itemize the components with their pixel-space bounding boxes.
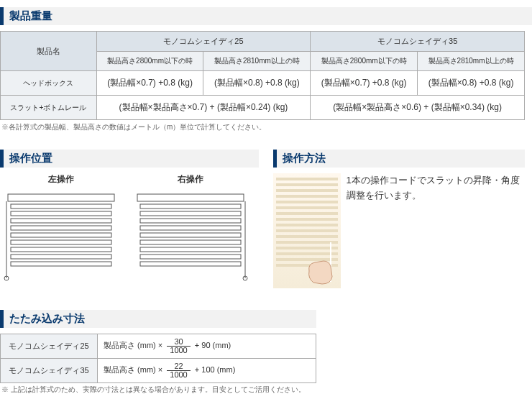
th-product: 製品名 [1,32,97,71]
section-title-position: 操作位置 [0,150,259,168]
svg-rect-7 [11,247,111,252]
fold-r1-prefix: 製品高さ (mm) × [104,341,162,349]
svg-rect-2 [11,211,111,216]
section-title-method: 操作方法 [273,150,525,168]
svg-rect-1 [11,204,111,208]
operation-photo [273,173,341,288]
row1-label: ヘッドボックス [1,71,97,96]
section-title-fold: たたみ込み寸法 [0,310,316,328]
th-sub3: 製品高さ2800mm以下の時 [311,52,418,71]
svg-rect-4 [11,226,111,230]
svg-rect-19 [140,247,241,252]
row2-c2: (製品幅×製品高さ×0.6) + (製品幅×0.34) (kg) [311,96,525,120]
method-description: 1本の操作コードでスラットの昇降・角度調整を行います。 [347,173,525,288]
right-operation-figure: 右操作 [129,173,252,282]
svg-rect-15 [140,219,241,223]
svg-rect-16 [140,226,241,230]
svg-rect-18 [140,240,241,244]
fold-table: モノコムシェイディ25 製品高さ (mm) × 30 1000 + 90 (mm… [0,334,316,383]
svg-rect-12 [137,194,244,201]
fold-row1-label: モノコムシェイディ25 [1,334,98,359]
fold-r2-prefix: 製品高さ (mm) × [104,365,162,374]
frac-den: 1000 [167,371,190,379]
svg-rect-0 [8,194,114,201]
left-op-label: 左操作 [0,173,122,185]
th-sub4: 製品高さ2810mm以上の時 [418,52,525,71]
frac-den: 1000 [167,347,190,354]
row2-label: スラット+ボトムレール [1,96,97,120]
th-item1: モノコムシェイディ25 [96,32,311,52]
row2-c1: (製品幅×製品高さ×0.7) + (製品幅×0.24) (kg) [96,96,311,120]
row1-c3: (製品幅×0.7) +0.8 (kg) [311,71,418,96]
svg-rect-14 [140,211,241,216]
blind-left-icon [4,188,119,282]
left-operation-figure: 左操作 [0,173,122,282]
svg-rect-13 [140,204,241,208]
svg-rect-6 [11,240,111,244]
svg-rect-20 [140,255,241,259]
fold-note: ※ 上記は計算式のため、実際の寸法とは異なる場合があります。目安としてご活用くだ… [1,385,532,395]
section-title-weight: 製品重量 [0,7,532,25]
fold-row2-label: モノコムシェイディ35 [1,359,98,383]
hand-icon [302,242,338,285]
th-item2: モノコムシェイディ35 [311,32,525,52]
svg-rect-17 [140,233,241,237]
svg-rect-21 [140,262,241,266]
fraction: 22 1000 [167,362,190,379]
row1-c2: (製品幅×0.8) +0.8 (kg) [203,71,311,96]
fold-row2-formula: 製品高さ (mm) × 22 1000 + 100 (mm) [98,359,316,383]
row1-c4: (製品幅×0.8) +0.8 (kg) [418,71,525,96]
right-op-label: 右操作 [129,173,252,185]
weight-table: 製品名 モノコムシェイディ25 モノコムシェイディ35 製品高さ2800mm以下… [0,31,525,120]
fold-r2-suffix: + 100 (mm) [195,365,236,374]
svg-rect-9 [11,262,111,266]
fold-row1-formula: 製品高さ (mm) × 30 1000 + 90 (mm) [98,334,316,359]
fold-r1-suffix: + 90 (mm) [195,341,231,349]
svg-rect-5 [11,233,111,237]
th-sub1: 製品高さ2800mm以下の時 [96,52,203,71]
weight-note: ※各計算式の製品幅、製品高さの数値はメートル（m）単位で計算してください。 [1,122,532,132]
th-sub2: 製品高さ2810mm以上の時 [203,52,311,71]
svg-rect-8 [11,255,111,259]
blind-right-icon [133,188,248,282]
svg-rect-3 [11,219,111,223]
row1-c1: (製品幅×0.7) +0.8 (kg) [96,71,203,96]
fraction: 30 1000 [167,338,190,354]
